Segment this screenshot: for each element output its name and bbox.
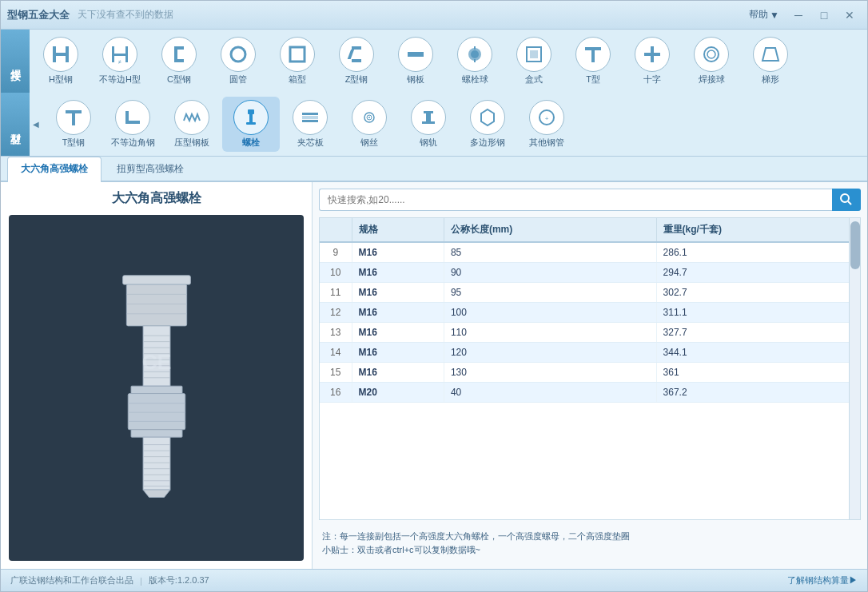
toolbar-item-press-plate[interactable]: 压型钢板 [163,97,221,152]
toolbar-item-sandwich[interactable]: 夹芯板 [281,97,339,152]
toolbar-item-box[interactable]: 箱型 [269,34,326,89]
svg-rect-29 [66,110,82,113]
toolbar-item-trapezoid[interactable]: 梯形 [742,34,799,89]
table-row[interactable]: 9 M16 85 286.1 [320,242,860,263]
table-row[interactable]: 12 M16 100 311.1 [320,303,860,323]
status-separator: | [140,576,142,586]
table-row[interactable]: 11 M16 95 302.7 [320,283,860,303]
search-input[interactable] [319,189,832,211]
app-title: 型钢五金大全 [7,8,70,22]
toolbar-item-rail[interactable]: 钢轨 [400,97,457,152]
cell-spec: M16 [352,323,444,343]
svg-rect-37 [302,116,318,119]
learn-link[interactable]: 了解钢结构算量▶ [787,574,858,586]
svg-rect-22 [585,47,601,50]
toolbar-item-box-type[interactable]: 盒式 [505,34,563,89]
svg-rect-62 [131,386,182,393]
weld-ball-icon [694,37,729,72]
search-button[interactable] [832,189,861,211]
toolbar-item-other-pipe[interactable]: + 其他钢管 [518,97,575,152]
box-type-label: 盒式 [525,74,543,85]
toolbar-item-weld-ball[interactable]: 焊接球 [683,34,740,89]
cell-index: 12 [320,303,352,323]
minimize-button[interactable]: ─ [787,6,810,24]
data-table-wrapper: 规格 公称长度(mm) 重里(kg/千套) 9 M16 85 286.1 10 … [319,217,861,520]
svg-rect-0 [53,46,56,62]
toolbar-item-bolt-ball[interactable]: 螺栓球 [446,34,504,89]
cell-nominal-length: 90 [444,263,656,283]
scrollbar[interactable] [849,218,860,519]
subtab-torque[interactable]: 扭剪型高强螺栓 [103,157,197,181]
svg-point-79 [841,194,849,202]
table-row[interactable]: 13 M16 110 327.7 [320,323,860,343]
toolbar-item-c-steel[interactable]: C型钢 [150,34,208,89]
svg-point-41 [368,117,370,118]
box-label: 箱型 [289,74,306,85]
close-button[interactable]: ✕ [838,6,861,24]
toolbar-item-cross[interactable]: 十字 [623,34,681,89]
table-row[interactable]: 14 M16 120 344.1 [320,343,860,363]
svg-rect-4 [114,54,125,56]
cell-nominal-length: 120 [444,343,656,363]
bolt-illustration: CE [77,260,237,516]
cell-index: 11 [320,283,352,303]
plate-icon [398,37,433,72]
toolbar-item-h-steel[interactable]: H型钢 [32,34,90,89]
cell-nominal-length: 40 [444,383,656,403]
toolbar-item-unequal-h[interactable]: ≠ 不等边H型 [91,34,149,89]
table-header-row: 规格 公称长度(mm) 重里(kg/千套) [320,218,860,242]
svg-rect-48 [122,275,190,284]
welding-items: H型钢 ≠ 不等边H型 C型钢 [30,30,867,93]
restore-button[interactable]: □ [813,6,835,24]
table-row[interactable]: 16 M20 40 367.2 [320,383,860,403]
toolbar-item-bolt[interactable]: 螺栓 [222,97,280,152]
box-type-icon [516,37,551,72]
scrollbar-thumb[interactable] [850,221,860,269]
welding-category[interactable]: 焊 接 [1,30,30,93]
left-panel-title: 大六角高强螺栓 [1,182,312,215]
main-content: 大六角高强螺栓 [1,182,867,569]
rail-label: 钢轨 [420,137,437,149]
titlebar: 型钢五金大全 天下没有查不到的数据 帮助 ▼ ─ □ ✕ [1,1,867,30]
notes-area: 注：每一连接副包括一个高强度大六角螺栓，一个高强度螺母，二个高强度垫圈 小贴士：… [319,525,861,562]
table-row[interactable]: 15 M16 130 361 [320,363,860,383]
svg-marker-28 [762,48,778,61]
cell-spec: M16 [352,343,444,363]
material-category[interactable]: 型 材 [1,93,30,156]
wire-label: 钢丝 [360,137,378,149]
toolbar-item-round-pipe[interactable]: 圆管 [209,34,267,89]
svg-rect-1 [56,53,66,56]
toolbar-item-plate[interactable]: 钢板 [387,34,444,89]
col-spec: 规格 [352,218,444,242]
help-button[interactable]: 帮助 ▼ [744,6,784,23]
toolbar-item-wire[interactable]: 钢丝 [340,97,398,152]
svg-rect-36 [302,113,318,115]
svg-rect-38 [302,120,318,122]
svg-rect-49 [126,284,186,326]
unequal-h-label: 不等边H型 [99,74,141,85]
cell-weight: 327.7 [656,323,859,343]
z-steel-icon [339,37,374,72]
toolbar-item-t-type[interactable]: T型 [564,34,622,89]
t-type-label: T型 [586,74,600,85]
material-items: T型钢 不等边角钢 压型钢板 [42,93,867,156]
toolbar-item-z-steel[interactable]: Z型钢 [328,34,385,89]
cell-weight: 294.7 [656,263,859,283]
press-plate-icon [174,100,209,135]
cell-spec: M16 [352,283,444,303]
svg-marker-45 [481,109,494,125]
data-table: 规格 公称长度(mm) 重里(kg/千套) 9 M16 85 286.1 10 … [320,218,860,403]
toolbar-item-polygon[interactable]: 多边形钢 [459,97,516,152]
svg-rect-68 [143,437,170,490]
subtab-big-hex[interactable]: 大六角高强螺栓 [7,157,102,182]
toolbar-item-unequal-angle[interactable]: 不等边角钢 [104,97,161,152]
toolbar-item-t-steel[interactable]: T型钢 [45,97,102,152]
collapse-btn[interactable]: ◀ [30,93,42,156]
svg-rect-14 [352,59,361,62]
svg-rect-33 [248,109,254,114]
table-row[interactable]: 10 M16 90 294.7 [320,263,860,283]
z-steel-label: Z型钢 [345,74,368,85]
table-body: 9 M16 85 286.1 10 M16 90 294.7 11 M16 95… [320,242,860,403]
other-pipe-label: 其他钢管 [529,137,564,149]
window-controls: 帮助 ▼ ─ □ ✕ [744,6,861,24]
